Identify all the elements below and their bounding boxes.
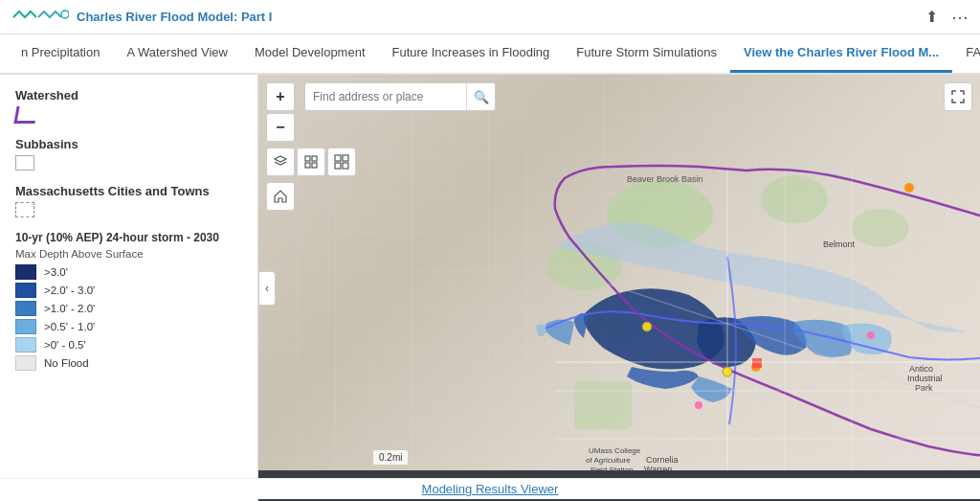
map-zoom-controls: + − bbox=[266, 82, 295, 142]
svg-text:Industrial: Industrial bbox=[907, 374, 943, 383]
zoom-out-button[interactable]: − bbox=[266, 113, 295, 142]
cities-legend: Massachusetts Cities and Towns bbox=[15, 184, 242, 217]
svg-point-37 bbox=[642, 322, 652, 331]
subbasins-label: Subbasins bbox=[15, 137, 242, 151]
depth-label-6: No Flood bbox=[44, 357, 89, 369]
storm-legend: 10-yr (10% AEP) 24-hour storm - 2030 Max… bbox=[15, 231, 242, 371]
svg-rect-46 bbox=[343, 163, 348, 169]
search-button[interactable]: 🔍 bbox=[466, 83, 495, 110]
nav-item-storm-sims[interactable]: Future Storm Simulations bbox=[563, 34, 730, 73]
svg-point-0 bbox=[61, 11, 69, 18]
svg-rect-44 bbox=[343, 155, 348, 161]
nav-item-model-dev[interactable]: Model Development bbox=[241, 34, 379, 73]
svg-text:of Agriculture: of Agriculture bbox=[586, 456, 631, 465]
depth-label-2: >2.0' - 3.0' bbox=[44, 285, 95, 296]
svg-point-25 bbox=[867, 331, 875, 339]
depth-swatch-2 bbox=[15, 283, 36, 298]
svg-rect-42 bbox=[312, 163, 317, 168]
watershed-icon-row bbox=[15, 106, 242, 124]
nav-item-watershed[interactable]: A Watershed View bbox=[113, 34, 241, 73]
app-title: Charles River Flood Model: Part I bbox=[77, 10, 272, 24]
map-home-button[interactable] bbox=[266, 182, 295, 211]
modeling-results-viewer-link[interactable]: Modeling Results Viewer bbox=[422, 482, 559, 496]
svg-text:Beaver Brook Basin: Beaver Brook Basin bbox=[627, 174, 703, 184]
subbasin-shape-icon bbox=[15, 155, 34, 171]
depth-row-2: >2.0' - 3.0' bbox=[15, 283, 242, 298]
depth-label-5: >0' - 0.5' bbox=[44, 339, 86, 351]
svg-point-21 bbox=[904, 183, 914, 193]
map-tool-row bbox=[266, 148, 356, 176]
svg-rect-24 bbox=[752, 358, 762, 368]
top-bar: Charles River Flood Model: Part I ⬆ ⋯ bbox=[0, 0, 980, 34]
svg-rect-41 bbox=[305, 163, 310, 168]
nav-item-faq[interactable]: FAQ bbox=[952, 34, 980, 73]
svg-point-28 bbox=[695, 401, 702, 409]
map-expand-button[interactable] bbox=[944, 82, 972, 111]
logo-area: Charles River Flood Model: Part I bbox=[11, 4, 272, 30]
search-input[interactable] bbox=[305, 90, 466, 103]
svg-text:Antico: Antico bbox=[909, 364, 933, 374]
more-icon[interactable]: ⋯ bbox=[951, 7, 969, 28]
depth-label-3: >1.0' - 2.0' bbox=[44, 303, 95, 314]
depth-label-1: >3.0' bbox=[44, 266, 68, 278]
depth-swatch-6 bbox=[15, 355, 36, 371]
share-icon[interactable]: ⬆ bbox=[925, 8, 938, 26]
cities-label: Massachusetts Cities and Towns bbox=[15, 184, 242, 198]
depth-swatch-1 bbox=[15, 264, 36, 280]
cities-shape-icon bbox=[15, 202, 34, 217]
svg-point-3 bbox=[761, 175, 828, 223]
basemap-button[interactable] bbox=[297, 148, 325, 176]
svg-rect-45 bbox=[335, 163, 341, 169]
nav-bar: n Precipitation A Watershed View Model D… bbox=[0, 34, 980, 75]
grid-button[interactable] bbox=[327, 148, 356, 176]
nav-item-view-charles[interactable]: View the Charles River Flood M... bbox=[730, 34, 952, 73]
svg-point-4 bbox=[852, 209, 909, 247]
top-right-controls: ⬆ ⋯ bbox=[925, 7, 969, 28]
cities-icon-row bbox=[15, 202, 242, 217]
svg-text:Belmont: Belmont bbox=[823, 239, 856, 249]
nav-item-precipitation[interactable]: n Precipitation bbox=[8, 34, 113, 73]
depth-row-5: >0' - 0.5' bbox=[15, 337, 242, 353]
depth-row-6: No Flood bbox=[15, 355, 242, 371]
svg-rect-43 bbox=[335, 155, 341, 161]
svg-rect-5 bbox=[574, 381, 632, 429]
watershed-legend: Watershed bbox=[15, 88, 242, 124]
sidebar: Watershed Subbasins Massachusetts Cities… bbox=[0, 75, 258, 501]
layers-button[interactable] bbox=[266, 148, 295, 176]
max-depth-label: Max Depth Above Surface bbox=[15, 248, 242, 260]
map-area[interactable]: Waverley Beaver Brook Basin Belmont Anti… bbox=[258, 75, 980, 501]
svg-point-38 bbox=[723, 367, 732, 376]
storm-label: 10-yr (10% AEP) 24-hour storm - 2030 bbox=[15, 231, 242, 244]
search-bar: 🔍 bbox=[304, 82, 496, 111]
logo-icon bbox=[11, 4, 69, 30]
sidebar-collapse-button[interactable]: ‹ bbox=[258, 271, 276, 306]
depth-swatch-5 bbox=[15, 337, 36, 353]
subbasins-icon-row bbox=[15, 155, 242, 171]
zoom-in-button[interactable]: + bbox=[266, 82, 295, 111]
depth-swatch-3 bbox=[15, 301, 36, 316]
depth-label-4: >0.5' - 1.0' bbox=[44, 321, 95, 332]
svg-rect-40 bbox=[312, 156, 317, 161]
svg-text:UMass College: UMass College bbox=[589, 446, 641, 455]
main-content: Watershed Subbasins Massachusetts Cities… bbox=[0, 75, 980, 501]
depth-row-1: >3.0' bbox=[15, 264, 242, 280]
svg-text:Cornelia: Cornelia bbox=[646, 455, 679, 465]
depth-row-4: >0.5' - 1.0' bbox=[15, 319, 242, 334]
watershed-label: Watershed bbox=[15, 88, 242, 102]
subbasins-legend: Subbasins bbox=[15, 137, 242, 171]
flood-map-svg: Waverley Beaver Brook Basin Belmont Anti… bbox=[258, 75, 980, 501]
nav-item-future-flooding[interactable]: Future Increases in Flooding bbox=[379, 34, 564, 73]
map-scale-bar: 0.2mi bbox=[373, 450, 408, 465]
watershed-shape-icon bbox=[13, 106, 37, 124]
svg-rect-39 bbox=[305, 156, 310, 161]
depth-row-3: >1.0' - 2.0' bbox=[15, 301, 242, 316]
depth-swatch-4 bbox=[15, 319, 36, 334]
